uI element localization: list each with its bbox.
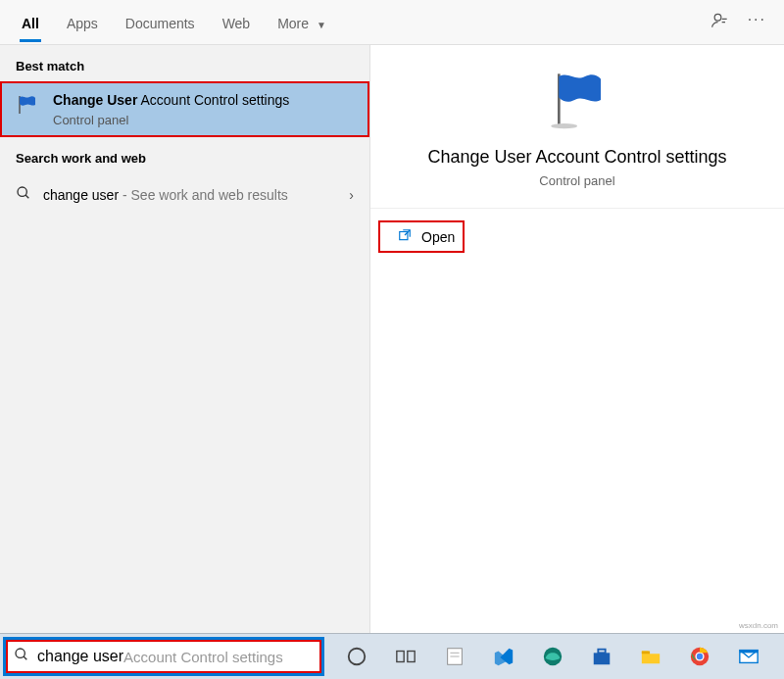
app-icon-explorer[interactable]: [627, 635, 674, 678]
svg-point-7: [349, 649, 366, 665]
result-title: Change User Account Control settings: [53, 91, 356, 109]
search-icon: [16, 185, 31, 205]
search-autocomplete: Account Control settings: [123, 649, 283, 665]
web-result-title: change user - See work and web results: [43, 187, 288, 203]
svg-rect-16: [642, 652, 650, 655]
svg-point-0: [714, 14, 721, 21]
uac-flag-icon-large: [546, 129, 609, 146]
uac-flag-icon: [14, 91, 41, 119]
best-match-label: Best match: [0, 45, 369, 81]
app-icon-store[interactable]: [578, 635, 625, 678]
web-search-result[interactable]: change user - See work and web results ›: [0, 173, 369, 217]
svg-rect-8: [397, 652, 404, 662]
svg-point-5: [16, 649, 24, 657]
chevron-down-icon: ▼: [317, 20, 326, 30]
search-work-web-label: Search work and web: [0, 137, 369, 173]
app-icon-notepad[interactable]: [431, 635, 478, 678]
preview-title: Change User Account Control settings: [390, 147, 764, 168]
app-icon-chrome[interactable]: [676, 635, 723, 678]
cortana-icon[interactable]: [333, 635, 380, 678]
svg-line-2: [25, 195, 28, 198]
taskbar-search-box[interactable]: change user Account Control settings: [3, 637, 324, 676]
watermark: wsxdn.com: [739, 621, 778, 630]
svg-rect-15: [598, 650, 605, 654]
open-label: Open: [421, 229, 455, 245]
app-icon-mail[interactable]: [725, 635, 772, 678]
best-match-result[interactable]: Change User Account Control settings Con…: [0, 81, 369, 137]
svg-line-6: [24, 656, 26, 659]
results-pane: Best match Change User Account Control s…: [0, 45, 369, 633]
tab-all[interactable]: All: [8, 4, 53, 41]
more-options-icon[interactable]: ···: [748, 11, 766, 34]
preview-subtitle: Control panel: [390, 173, 764, 188]
svg-rect-9: [408, 652, 415, 662]
tab-web[interactable]: Web: [209, 4, 265, 41]
search-icon: [14, 647, 29, 666]
task-view-icon[interactable]: [382, 635, 429, 678]
svg-point-3: [551, 123, 577, 128]
search-filter-tabs: All Apps Documents Web More ▼ ···: [0, 0, 784, 45]
feedback-icon[interactable]: [710, 11, 730, 34]
open-icon: [398, 228, 412, 245]
search-typed-text: change user: [37, 648, 123, 665]
chevron-right-icon: ›: [349, 187, 354, 203]
tab-more[interactable]: More ▼: [264, 4, 340, 41]
tab-apps[interactable]: Apps: [53, 4, 112, 41]
svg-rect-21: [740, 651, 758, 654]
svg-rect-14: [594, 653, 611, 664]
tab-more-label: More: [277, 16, 309, 31]
preview-pane: Change User Account Control settings Con…: [369, 45, 784, 633]
app-icon-edge[interactable]: [529, 635, 576, 678]
tab-documents[interactable]: Documents: [112, 4, 209, 41]
result-subtitle: Control panel: [53, 113, 356, 127]
svg-point-19: [697, 654, 703, 659]
open-button[interactable]: Open: [378, 220, 465, 253]
app-icon-vscode[interactable]: [480, 635, 527, 678]
svg-point-1: [18, 187, 26, 196]
taskbar: change user Account Control settings: [0, 633, 784, 679]
